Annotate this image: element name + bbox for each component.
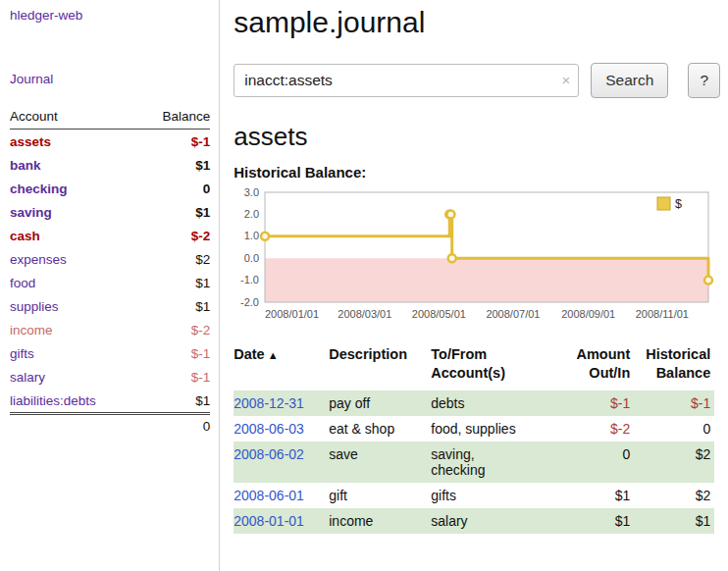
- account-balance: $-1: [138, 341, 210, 365]
- balance-cell: $1: [634, 508, 714, 534]
- accounts-cell: salary: [431, 508, 559, 534]
- account-link-liabilities-debts[interactable]: liabilities:debts: [10, 393, 96, 408]
- date-link[interactable]: 2008-06-03: [234, 421, 304, 437]
- sidebar-item-journal[interactable]: Journal: [10, 72, 210, 86]
- account-link-salary[interactable]: salary: [10, 370, 45, 385]
- app-title-link[interactable]: hledger-web: [10, 8, 210, 23]
- sidebar: hledger-web Journal Account Balance asse…: [0, 0, 220, 571]
- description-cell: save: [329, 441, 431, 483]
- account-link-bank[interactable]: bank: [10, 158, 41, 173]
- account-link-checking[interactable]: checking: [10, 182, 68, 196]
- account-balance: 0: [138, 177, 210, 200]
- register-header-balance: Historical Balance: [634, 343, 714, 390]
- search-button[interactable]: Search: [591, 63, 668, 98]
- register-row: 2008-01-01 income salary $1 $1: [234, 508, 714, 534]
- svg-text:-2.0: -2.0: [240, 296, 259, 308]
- account-balance: $1: [138, 389, 210, 414]
- amount-cell: $1: [559, 508, 634, 534]
- account-row: assets $-1: [10, 130, 210, 154]
- search-input[interactable]: [234, 64, 579, 97]
- accounts-total-row: 0: [10, 414, 210, 439]
- description-cell: eat & shop: [329, 416, 431, 441]
- legend-swatch: [657, 197, 670, 210]
- page-title: sample.journal: [234, 6, 720, 39]
- account-link-assets[interactable]: assets: [10, 134, 51, 149]
- account-row: saving $1: [10, 200, 210, 224]
- account-link-expenses[interactable]: expenses: [10, 252, 67, 267]
- register-header-amount: Amount Out/In: [559, 343, 634, 390]
- help-button[interactable]: ?: [688, 63, 720, 98]
- account-row: bank $1: [10, 153, 210, 177]
- main-content: sample.journal × Search ? assets Histori…: [220, 0, 728, 571]
- date-link[interactable]: 2008-06-01: [234, 488, 304, 503]
- account-row: gifts $-1: [10, 341, 210, 365]
- svg-text:3.0: 3.0: [244, 186, 259, 198]
- svg-text:-1.0: -1.0: [240, 274, 259, 286]
- register-header-accounts: To/From Account(s): [431, 343, 559, 390]
- amount-cell: $1: [559, 483, 634, 508]
- account-row: income $-2: [10, 318, 210, 341]
- account-row: liabilities:debts $1: [10, 389, 210, 414]
- account-balance: $1: [138, 200, 210, 224]
- account-link-supplies[interactable]: supplies: [10, 299, 59, 314]
- account-link-food[interactable]: food: [10, 276, 35, 290]
- svg-text:2008/03/01: 2008/03/01: [338, 308, 392, 320]
- balance-cell: $-1: [634, 390, 714, 416]
- account-balance: $1: [138, 271, 210, 294]
- register-header-description: Description: [329, 343, 431, 390]
- balance-cell: $2: [634, 441, 714, 483]
- description-cell: pay off: [329, 390, 431, 416]
- svg-text:2008/07/01: 2008/07/01: [487, 308, 541, 320]
- legend-label: $: [675, 197, 682, 211]
- account-balance: $1: [138, 294, 210, 318]
- register-row: 2008-06-03 eat & shop food, supplies $-2…: [234, 416, 714, 441]
- chart-title: Historical Balance:: [234, 164, 720, 181]
- account-balance: $1: [138, 153, 210, 177]
- accounts-cell: food, supplies: [431, 416, 559, 441]
- account-row: checking 0: [10, 177, 210, 200]
- svg-text:0.0: 0.0: [244, 252, 259, 264]
- chart-svg: 3.02.01.00.0-1.0-2.02008/01/012008/03/01…: [234, 182, 714, 328]
- account-link-income[interactable]: income: [10, 323, 53, 337]
- search-bar: × Search ?: [234, 63, 720, 98]
- account-balance: $-2: [138, 318, 210, 341]
- account-row: cash $-2: [10, 224, 210, 247]
- account-row: supplies $1: [10, 294, 210, 318]
- hledger-web-app: hledger-web Journal Account Balance asse…: [0, 0, 728, 571]
- register-header-date[interactable]: Date▲: [234, 343, 329, 390]
- amount-cell: $-1: [559, 390, 634, 416]
- svg-text:2008/01/01: 2008/01/01: [265, 308, 319, 320]
- amount-cell: $-2: [559, 416, 634, 441]
- accounts-table: Account Balance assets $-1 bank $1 check…: [10, 106, 210, 438]
- register-row: 2008-06-02 save saving, checking 0 $2: [234, 441, 714, 483]
- balance-cell: $2: [634, 483, 714, 508]
- date-link[interactable]: 2008-01-01: [234, 513, 304, 529]
- date-link[interactable]: 2008-06-02: [234, 446, 304, 462]
- register-row: 2008-12-31 pay off debts $-1 $-1: [234, 390, 714, 416]
- historical-balance-chart[interactable]: 3.02.01.00.0-1.0-2.02008/01/012008/03/01…: [234, 182, 714, 332]
- description-cell: gift: [329, 483, 431, 508]
- account-balance: $2: [138, 247, 210, 271]
- accounts-header-account: Account: [10, 106, 138, 130]
- account-row: food $1: [10, 271, 210, 294]
- balance-cell: 0: [634, 416, 714, 441]
- clear-search-icon[interactable]: ×: [561, 72, 570, 88]
- account-link-gifts[interactable]: gifts: [10, 346, 34, 361]
- account-link-cash[interactable]: cash: [10, 229, 40, 243]
- register-table: Date▲ Description To/From Account(s) Amo…: [234, 343, 714, 534]
- account-balance: $-2: [138, 224, 210, 247]
- svg-text:2008/09/01: 2008/09/01: [561, 308, 615, 320]
- svg-text:1.0: 1.0: [244, 230, 259, 241]
- svg-text:2.0: 2.0: [244, 208, 259, 220]
- date-link[interactable]: 2008-12-31: [234, 395, 304, 411]
- description-cell: income: [329, 508, 431, 534]
- accounts-cell: gifts: [431, 483, 559, 508]
- account-balance: $-1: [138, 365, 210, 389]
- sort-ascending-icon: ▲: [268, 349, 279, 361]
- register-row: 2008-06-01 gift gifts $1 $2: [234, 483, 714, 508]
- accounts-header-balance: Balance: [138, 106, 210, 130]
- account-row: expenses $2: [10, 247, 210, 271]
- account-balance: $-1: [138, 130, 210, 154]
- account-link-saving[interactable]: saving: [10, 205, 52, 220]
- account-row: salary $-1: [10, 365, 210, 389]
